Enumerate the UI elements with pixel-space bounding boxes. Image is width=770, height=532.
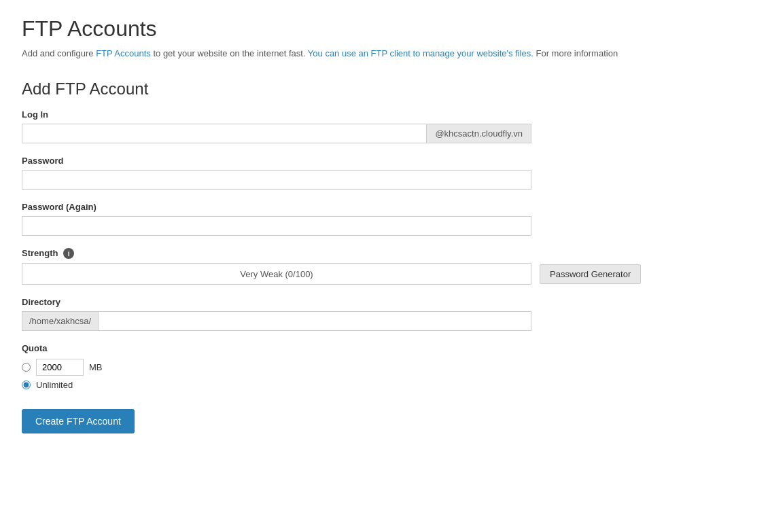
create-ftp-account-button[interactable]: Create FTP Account [22, 409, 135, 433]
ftp-client-link[interactable]: You can use an FTP client to manage your… [308, 48, 533, 58]
login-input[interactable] [22, 124, 426, 143]
ftp-accounts-link[interactable]: FTP Accounts [96, 48, 151, 58]
login-label: Log In [22, 109, 748, 120]
login-domain-suffix: @khcsactn.cloudfly.vn [426, 124, 531, 143]
strength-row: Very Weak (0/100) Password Generator [22, 263, 748, 285]
password-again-field-group: Password (Again) [22, 202, 748, 236]
quota-unit-label: MB [89, 362, 103, 372]
directory-label: Directory [22, 297, 748, 307]
password-again-label: Password (Again) [22, 202, 748, 212]
quota-limited-row: MB [22, 359, 748, 376]
quota-section: Quota MB Unlimited [22, 343, 748, 390]
strength-bar-container: Very Weak (0/100) [22, 263, 531, 285]
description-text-middle: to get your website on the internet fast… [151, 48, 308, 58]
login-input-group: @khcsactn.cloudfly.vn [22, 124, 531, 143]
password-again-input[interactable] [22, 216, 531, 236]
strength-info-icon: i [63, 248, 74, 259]
directory-field-group: Directory /home/xakhcsa/ [22, 297, 748, 331]
strength-bar-label: Very Weak (0/100) [240, 269, 313, 279]
password-field-group: Password [22, 156, 748, 190]
quota-limited-radio[interactable] [22, 363, 31, 372]
quota-unlimited-radio[interactable] [22, 380, 31, 389]
description-text-end: For more information [533, 48, 618, 58]
quota-unlimited-row: Unlimited [22, 380, 748, 390]
password-input[interactable] [22, 170, 531, 190]
directory-input-group: /home/xakhcsa/ [22, 311, 531, 331]
login-field-group: Log In @khcsactn.cloudfly.vn [22, 109, 748, 143]
quota-unlimited-label: Unlimited [36, 380, 73, 390]
quota-label: Quota [22, 343, 748, 353]
directory-prefix: /home/xakhcsa/ [22, 311, 98, 331]
password-label: Password [22, 156, 748, 166]
page-description: Add and configure FTP Accounts to get yo… [22, 47, 748, 60]
description-text-start: Add and configure [22, 48, 96, 58]
section-title: Add FTP Account [22, 79, 748, 99]
strength-field-group: Strength i Very Weak (0/100) Password Ge… [22, 248, 748, 285]
password-generator-button[interactable]: Password Generator [540, 264, 641, 284]
strength-label: Strength i [22, 248, 748, 260]
directory-input[interactable] [98, 311, 531, 331]
quota-value-input[interactable] [36, 359, 84, 376]
page-title: FTP Accounts [22, 16, 748, 41]
page-container: FTP Accounts Add and configure FTP Accou… [0, 0, 770, 532]
